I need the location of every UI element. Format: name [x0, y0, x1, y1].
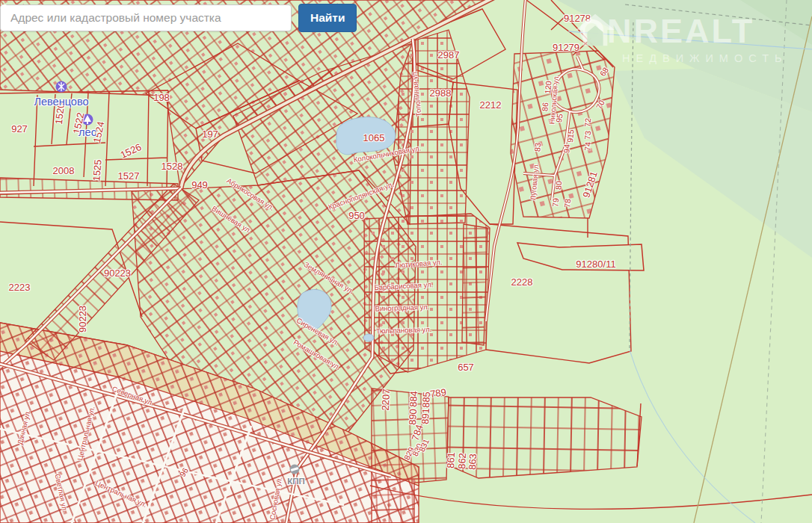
tree-icon — [82, 114, 93, 126]
cadastral-map-canvas[interactable] — [0, 0, 812, 523]
search-icon — [0, 4, 11, 15]
checkpoint-icon — [290, 465, 300, 474]
windmill-icon — [56, 81, 67, 93]
search-input[interactable] — [0, 4, 292, 31]
search-button[interactable]: Найти — [298, 4, 357, 32]
search-bar: Найти — [0, 4, 357, 32]
pond-small — [363, 334, 374, 341]
search-button-label: Найти — [310, 11, 345, 25]
map-app: 9272008152015221524152515261527152819819… — [0, 0, 812, 523]
